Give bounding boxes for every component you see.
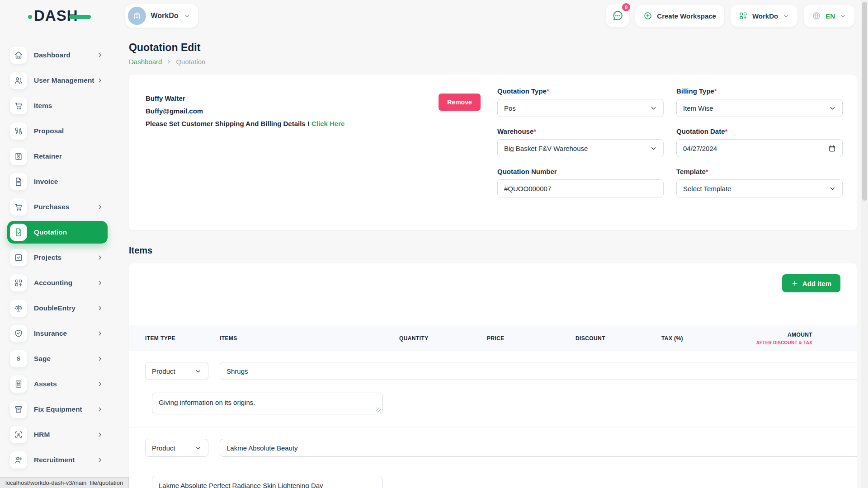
row-divider (129, 427, 857, 427)
header-price: PRICE (487, 335, 558, 342)
template-label: Template (676, 168, 706, 175)
sidebar-item-hrm[interactable]: HRM (10, 426, 110, 443)
workdo-menu-button[interactable]: WorkDo (731, 5, 797, 27)
topbar-actions: 0 Create Workspace WorkDo EN (606, 5, 854, 27)
sidebar-item-label: Items (34, 102, 52, 110)
chevron-right-icon (97, 305, 103, 311)
field-template: Template* Select Template (676, 168, 843, 197)
chevron-right-icon (97, 406, 103, 413)
customer-shipping-note: Please Set Customer Shipping And Billing… (146, 120, 344, 127)
items-card: Add item ITEM TYPE ITEMS QUANTITY PRICE … (129, 263, 857, 488)
language-code: EN (826, 12, 835, 20)
quotation-details-card: Buffy Walter Buffy@gmail.com Please Set … (129, 75, 857, 230)
chevron-right-icon (97, 254, 103, 261)
scrollbar-thumb[interactable] (862, 2, 867, 201)
sidebar-item-proposal[interactable]: Proposal (10, 122, 110, 140)
browser-scrollbar[interactable] (861, 0, 868, 488)
users-icon (10, 72, 27, 89)
calendar-icon (828, 145, 836, 152)
sidebar-item-doubleentry[interactable]: DoubleEntry (10, 300, 110, 317)
item-name-input[interactable] (220, 362, 857, 380)
create-workspace-button[interactable]: Create Workspace (635, 5, 724, 27)
chevron-down-icon (184, 12, 191, 19)
sidebar-item-items[interactable]: Items (10, 97, 110, 114)
sidebar-item-projects[interactable]: Projects (10, 249, 110, 266)
item-name-input[interactable] (220, 439, 857, 457)
required-asterisk: * (547, 87, 549, 95)
billing-type-select[interactable]: Item Wise (676, 99, 843, 117)
sidebar-item-accounting[interactable]: Accounting (10, 274, 110, 291)
sidebar-item-assets[interactable]: Assets (10, 375, 110, 393)
plus-icon (791, 280, 798, 287)
field-quotation-type: Quotation Type* Pos (497, 87, 664, 117)
chevron-right-icon (97, 330, 103, 337)
quotation-date-label: Quotation Date (676, 127, 725, 135)
sidebar-item-retainer[interactable]: Retainer (10, 148, 110, 165)
item-description-row: Lakme Absolute Perfect Radiance Skin Lig… (145, 476, 840, 488)
item-type-select[interactable]: Product (145, 439, 208, 457)
breadcrumb: Dashboard Quotation (129, 58, 857, 66)
quotation-date-value: 04/27/2024 (683, 145, 717, 152)
sidebar-item-dashboard[interactable]: Dashboard (10, 47, 110, 64)
sidebar-item-insurance[interactable]: Insurance (10, 325, 110, 342)
chevron-down-icon (783, 13, 789, 19)
sidebar-item-label: Quotation (34, 228, 67, 236)
sidebar-item-user-management[interactable]: User Management (10, 72, 110, 89)
plus-circle-icon (643, 11, 652, 20)
chevron-right-icon (97, 381, 103, 387)
warehouse-select[interactable]: Big Basket F&V Warehouse (497, 139, 664, 157)
messages-badge: 0 (621, 2, 631, 12)
quotation-date-input[interactable]: 04/27/2024 (676, 139, 843, 157)
sidebar-item-sage[interactable]: Sage (10, 350, 110, 367)
sidebar-item-label: Insurance (34, 329, 67, 338)
header-amount: AMOUNT AFTER DISCOUNT & TAX (747, 332, 812, 345)
breadcrumb-dashboard-link[interactable]: Dashboard (129, 58, 162, 66)
customer-info: Buffy Walter Buffy@gmail.com Please Set … (146, 94, 344, 127)
dash-logo[interactable]: DASH (28, 7, 91, 24)
transfer-grid-icon (10, 122, 27, 140)
globe-icon (812, 11, 821, 20)
quotation-type-select[interactable]: Pos (497, 99, 664, 117)
item-description-textarea[interactable]: Lakme Absolute Perfect Radiance Skin Lig… (152, 476, 383, 488)
sidebar-item-label: User Management (34, 76, 94, 84)
save-icon (10, 148, 27, 165)
add-item-button[interactable]: Add item (782, 274, 840, 292)
header-item-type: ITEM TYPE (145, 335, 208, 342)
workspace-name: WorkDo (151, 12, 179, 20)
language-selector[interactable]: EN (804, 5, 854, 27)
sidebar-item-invoice[interactable]: Invoice (10, 173, 110, 190)
sage-s-icon (10, 350, 27, 367)
field-billing-type: Billing Type* Item Wise (676, 87, 843, 117)
home-icon (10, 47, 27, 64)
person-scan-icon (10, 426, 27, 443)
chevron-right-icon (97, 457, 103, 463)
item-type-value: Product (152, 444, 175, 452)
template-select[interactable]: Select Template (676, 179, 843, 197)
sidebar-item-recruitment[interactable]: Recruitment (10, 451, 110, 469)
cart-icon (10, 198, 27, 216)
sidebar-item-label: Fix Equipment (34, 405, 82, 413)
create-workspace-label: Create Workspace (657, 12, 716, 20)
workspace-switcher[interactable]: WorkDo (125, 4, 198, 28)
file-invoice-icon (10, 173, 27, 190)
sidebar-item-fix-equipment[interactable]: Fix Equipment (10, 401, 110, 418)
page-title: Quotation Edit (129, 42, 857, 54)
warehouse-value: Big Basket F&V Warehouse (504, 145, 588, 152)
workdo-menu-label: WorkDo (752, 12, 778, 20)
shield-check-icon (10, 325, 27, 342)
messages-button[interactable]: 0 (606, 5, 629, 27)
workspace-avatar (128, 7, 146, 25)
item-description-textarea[interactable]: Giving information on its origins. (152, 393, 383, 414)
required-asterisk: * (533, 127, 536, 135)
items-table-header: ITEM TYPE ITEMS QUANTITY PRICE DISCOUNT … (129, 325, 857, 351)
click-here-link[interactable]: Click Here (311, 120, 344, 127)
item-type-select[interactable]: Product (145, 362, 208, 380)
remove-customer-button[interactable]: Remove (439, 94, 481, 111)
sidebar-item-label: Recruitment (34, 456, 75, 464)
sidebar-item-purchases[interactable]: Purchases (10, 198, 110, 216)
sidebar-item-quotation[interactable]: Quotation (7, 221, 108, 244)
sidebar: Dashboard User Management Items Proposal… (0, 32, 118, 477)
quotation-number-input[interactable] (497, 179, 664, 197)
header-discount: DISCOUNT (576, 335, 642, 342)
template-value: Select Template (683, 185, 731, 192)
